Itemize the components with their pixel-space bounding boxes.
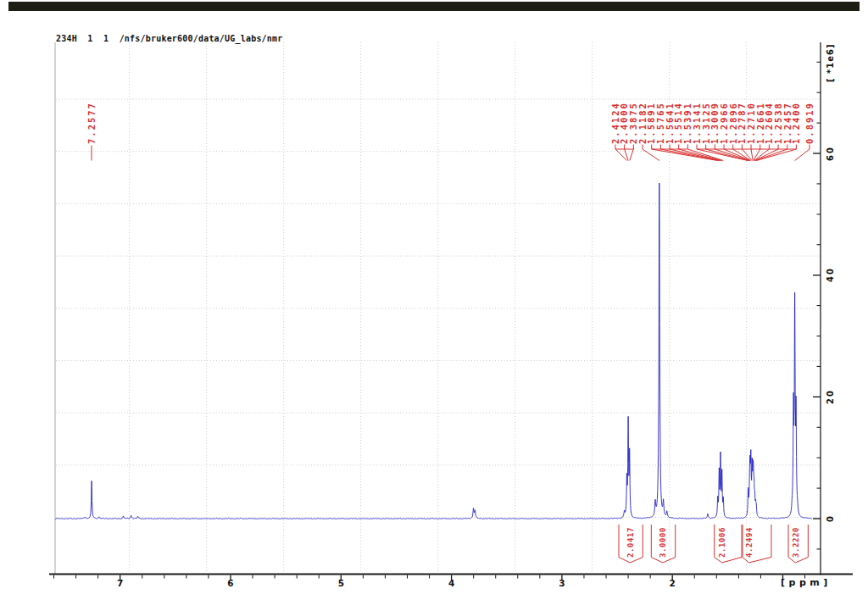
label-comb-diagonal — [755, 149, 787, 161]
x-axis-tick-label: 2 — [664, 578, 681, 588]
nmr-plot-window: 234H 1 1 /nfs/bruker600/data/UG_labs/nmr… — [0, 0, 868, 611]
label-comb-diagonal — [630, 149, 634, 161]
x-axis-tick-label: 6 — [222, 578, 239, 588]
y-axis-tick-label: 0 — [826, 514, 835, 522]
peak-label: 7.2577 — [87, 102, 97, 144]
integral-label: 3.2220 — [792, 527, 800, 558]
integral-bracket-slant — [795, 558, 808, 564]
spectrum-trace — [55, 183, 812, 519]
integral-bracket-slant — [743, 558, 748, 564]
spectrum-plot — [0, 0, 868, 611]
integral-bracket-slant — [630, 558, 643, 564]
peak-annotations — [92, 145, 810, 564]
integral-bracket-slant — [788, 558, 795, 564]
integral-bracket-slant — [748, 558, 771, 564]
x-axis-unit-label: [ppm] — [781, 578, 832, 588]
integral-bracket-slant — [619, 558, 630, 564]
label-comb-diagonal — [751, 149, 753, 161]
integral-label: 2.0417 — [626, 527, 635, 558]
integral-bracket-slant — [715, 558, 722, 564]
integral-label: 4.2494 — [745, 527, 754, 558]
x-axis-tick-label: 4 — [443, 578, 460, 588]
y-axis-tick-label: 60 — [826, 146, 835, 161]
integral-label: 3.0000 — [659, 527, 667, 558]
peak-label: 0.8919 — [805, 102, 815, 144]
integral-label: 2.1006 — [718, 527, 726, 558]
label-comb-diagonal — [795, 149, 810, 161]
peak-label: 1.2400 — [792, 102, 801, 144]
spectrum-line — [55, 183, 812, 519]
label-comb-diagonal — [715, 149, 749, 161]
y-axis-tick-label: 20 — [826, 389, 835, 404]
y-axis-unit-label: [ *1e6] — [826, 43, 835, 82]
x-axis-tick-label: 7 — [112, 578, 129, 588]
x-axis-tick-label: 3 — [554, 578, 570, 588]
integral-bracket-slant — [651, 558, 662, 564]
x-axis-tick-label: 5 — [332, 578, 349, 588]
integral-bracket-slant — [722, 558, 742, 564]
label-comb-diagonal — [643, 149, 659, 161]
y-axis-tick-label: 40 — [826, 267, 835, 282]
